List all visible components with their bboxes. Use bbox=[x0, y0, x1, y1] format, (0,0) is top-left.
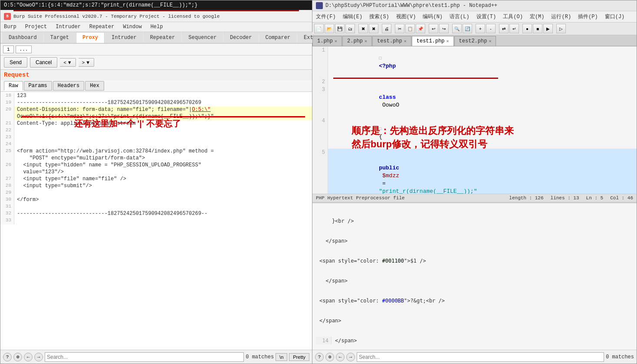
npp-new-btn[interactable]: 📄 bbox=[314, 24, 324, 33]
tab-close-1[interactable]: ✕ bbox=[335, 39, 337, 44]
npp-close-all-btn[interactable]: ✖ bbox=[369, 24, 378, 33]
npp-run-btn[interactable]: ▷ bbox=[556, 24, 566, 33]
npp-menu-plugin[interactable]: 插件(P) bbox=[576, 12, 600, 21]
npp-zoom-out-btn[interactable]: - bbox=[486, 24, 496, 33]
npp-menu-encode[interactable]: 编码(N) bbox=[421, 12, 444, 21]
npp-tab-test2[interactable]: test2.php ✕ bbox=[454, 36, 496, 46]
npp-menu-window[interactable]: 窗口(J) bbox=[603, 12, 627, 21]
npp-tab-bar: 1.php ✕ 2.php ✕ test.php ✕ test1.php ✕ t… bbox=[312, 35, 637, 46]
npp-title-bar: D:\phpStudy\PHPTutorial\WWW\phpre\test1.… bbox=[312, 0, 637, 11]
npp-replace-btn[interactable]: 🔄 bbox=[463, 24, 472, 33]
back-arrow-icon[interactable]: ← bbox=[24, 353, 33, 361]
gear-icon[interactable]: ⚙ bbox=[13, 353, 22, 361]
npp-lower-html[interactable]: }<br /> </span> <span style="color: #001… bbox=[312, 202, 637, 350]
npp-search-bar: ? ⚙ ← → 0 matches bbox=[312, 350, 637, 364]
tab-close-2[interactable]: ✕ bbox=[364, 39, 367, 44]
npp-file-type: PHP Hypertext Preprocessor file bbox=[316, 195, 405, 201]
npp-copy-btn[interactable]: 📋 bbox=[405, 24, 415, 33]
npp-help-icon[interactable]: ? bbox=[315, 353, 324, 361]
npp-menu-run[interactable]: 运行(R) bbox=[549, 12, 573, 21]
help-icon[interactable]: ? bbox=[3, 353, 12, 361]
npp-menu-search[interactable]: 搜索(S) bbox=[368, 12, 391, 21]
npp-back-icon[interactable]: ← bbox=[336, 353, 345, 361]
npp-menu-lang[interactable]: 语言(L) bbox=[448, 12, 471, 21]
npp-find-btn[interactable]: 🔍 bbox=[452, 24, 462, 33]
npp-zoom-in-btn[interactable]: + bbox=[476, 24, 485, 33]
npp-tab-1[interactable]: 1.php ✕ bbox=[312, 36, 342, 46]
menu-help[interactable]: Help bbox=[149, 23, 165, 31]
burp-search-bar: ? ⚙ ← → 0 matches \n Pretty bbox=[0, 350, 312, 364]
lower-line: </span> bbox=[316, 277, 633, 285]
npp-paste-btn[interactable]: 📌 bbox=[416, 24, 425, 33]
npp-gear-icon[interactable]: ⚙ bbox=[325, 353, 334, 361]
npp-print-btn[interactable]: 🖨 bbox=[382, 24, 391, 33]
npp-wrap-btn[interactable]: ↵ bbox=[509, 24, 519, 33]
tab-sequencer[interactable]: Sequencer bbox=[182, 32, 223, 43]
npp-redo-btn[interactable]: ↪ bbox=[439, 24, 449, 33]
npp-menu-edit[interactable]: 编辑(E) bbox=[341, 12, 364, 21]
npp-macro-rec-btn[interactable]: ● bbox=[522, 24, 532, 33]
npp-cut-btn[interactable]: ✂ bbox=[395, 24, 404, 33]
nav-back-group: < ▼ bbox=[60, 58, 76, 67]
npp-split-view: 1 □ <?php 2 3 class Oo bbox=[312, 46, 637, 364]
npp-save-all-btn[interactable]: 🗂 bbox=[345, 24, 355, 33]
burp-sub-tab-row: 1 ... bbox=[0, 44, 312, 55]
npp-line-2: 2 bbox=[312, 78, 637, 86]
npp-line-3: 3 class OowoO bbox=[312, 86, 637, 117]
tab-close-test[interactable]: ✕ bbox=[404, 39, 407, 44]
menu-burp[interactable]: Burp bbox=[2, 23, 18, 31]
tab-dashboard[interactable]: Dashboard bbox=[2, 32, 43, 43]
npp-forward-icon[interactable]: → bbox=[346, 353, 355, 361]
nav-forward-button[interactable]: > ▼ bbox=[79, 58, 94, 67]
tab-target[interactable]: Target bbox=[44, 32, 76, 43]
npp-length: length : 126 bbox=[509, 195, 543, 201]
tab-decoder[interactable]: Decoder bbox=[223, 32, 258, 43]
npp-search-input[interactable] bbox=[357, 352, 604, 362]
tab-hex[interactable]: Hex bbox=[85, 81, 104, 91]
burp-code-content: 18 123 19 -----------------------------1… bbox=[0, 92, 312, 225]
npp-macro-stop-btn[interactable]: ■ bbox=[533, 24, 542, 33]
npp-open-btn[interactable]: 📂 bbox=[325, 24, 334, 33]
npp-macro-play-btn[interactable]: ▶ bbox=[543, 24, 553, 33]
tab-close-test2[interactable]: ✕ bbox=[489, 39, 491, 44]
cancel-button[interactable]: Cancel bbox=[30, 57, 57, 68]
toolbar-sep-9 bbox=[554, 24, 555, 33]
npp-tab-2[interactable]: 2.php ✕ bbox=[342, 36, 372, 46]
sub-tab-more[interactable]: ... bbox=[16, 46, 32, 53]
send-button[interactable]: Send bbox=[4, 57, 27, 68]
npp-line-4: 4 □ { bbox=[312, 117, 637, 149]
search-input[interactable] bbox=[45, 352, 244, 362]
npp-menu-view[interactable]: 视图(V) bbox=[394, 12, 418, 21]
npp-menu-settings[interactable]: 设置(T) bbox=[475, 12, 498, 21]
tab-raw[interactable]: Raw bbox=[4, 81, 23, 91]
burp-code-area[interactable]: 18 123 19 -----------------------------1… bbox=[0, 92, 312, 350]
forward-arrow-icon[interactable]: → bbox=[34, 353, 43, 361]
newline-option-button[interactable]: \n bbox=[276, 353, 287, 361]
npp-undo-btn[interactable]: ↩ bbox=[429, 24, 438, 33]
npp-tab-test1[interactable]: test1.php ✕ bbox=[412, 36, 454, 46]
menu-intruder[interactable]: Intruder bbox=[54, 23, 82, 31]
npp-menu-macro[interactable]: 宏(M) bbox=[528, 12, 546, 21]
npp-tab-test[interactable]: test.php ✕ bbox=[372, 36, 411, 46]
npp-icon bbox=[316, 2, 323, 9]
menu-project[interactable]: Project bbox=[23, 23, 49, 31]
npp-close-btn[interactable]: ✖ bbox=[358, 24, 368, 33]
npp-menu-tools[interactable]: 工具(O) bbox=[501, 12, 525, 21]
npp-save-btn[interactable]: 💾 bbox=[335, 24, 345, 33]
tab-intruder[interactable]: Intruder bbox=[105, 32, 143, 43]
tab-params[interactable]: Params bbox=[24, 81, 52, 91]
tab-proxy[interactable]: Proxy bbox=[76, 32, 105, 43]
pretty-button[interactable]: Pretty bbox=[289, 353, 309, 361]
tab-close-test1[interactable]: ✕ bbox=[447, 39, 449, 44]
menu-window[interactable]: Window bbox=[121, 23, 143, 31]
sub-tab-1[interactable]: 1 bbox=[3, 46, 14, 53]
line-item: 29 bbox=[0, 190, 312, 197]
line-item: 26 <input type="hidden" name = "PHP_SESS… bbox=[0, 162, 312, 169]
menu-repeater[interactable]: Repeater bbox=[88, 23, 116, 31]
tab-comparer[interactable]: Comparer bbox=[259, 32, 297, 43]
nav-back-button[interactable]: < ▼ bbox=[60, 58, 76, 67]
npp-menu-file[interactable]: 文件(F) bbox=[314, 12, 338, 21]
npp-sync-btn[interactable]: ⇄ bbox=[499, 24, 509, 33]
tab-headers[interactable]: Headers bbox=[53, 81, 84, 91]
tab-repeater[interactable]: Repeater bbox=[144, 32, 182, 43]
